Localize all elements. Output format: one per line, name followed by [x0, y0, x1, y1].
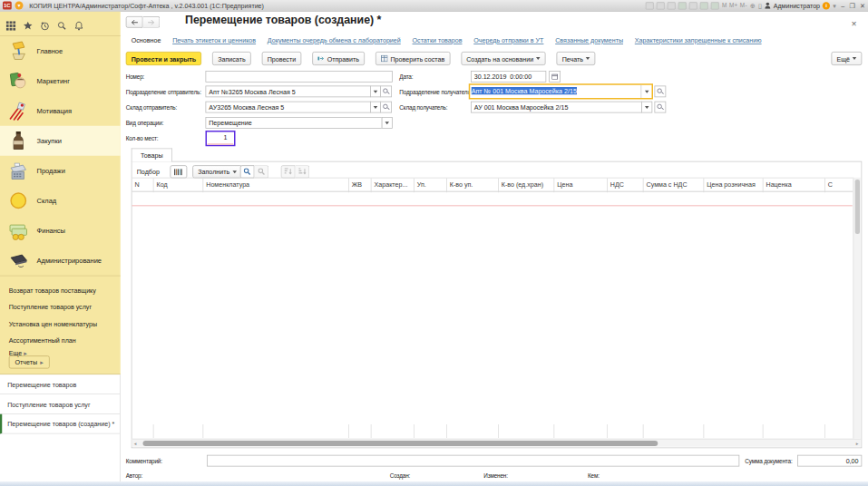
tab-related-docs[interactable]: Связанные документы — [555, 37, 623, 44]
dep-from-choose[interactable] — [380, 86, 392, 98]
wh-from-dropdown[interactable] — [370, 102, 381, 113]
sidebar-item-administration[interactable]: Администрирование — [0, 246, 121, 276]
tab-restricted[interactable]: Характеристики запрещенные к списанию — [635, 37, 762, 44]
save-icon[interactable] — [646, 2, 654, 9]
sidebar-item-sales[interactable]: Продажи — [0, 156, 121, 186]
wh-from-input[interactable]: АУ3265 Москва Лесная 5 — [206, 102, 371, 113]
forward-button[interactable] — [143, 16, 161, 28]
op-input[interactable]: Перемещение — [206, 117, 383, 129]
sidebar-command-receipt[interactable]: Поступление товаров услуг — [9, 304, 92, 311]
col-qty-store[interactable]: К-во (ед.хран) — [499, 179, 555, 193]
calculator-icon[interactable] — [711, 2, 719, 9]
export-icon[interactable] — [678, 2, 687, 9]
comment-input[interactable] — [207, 455, 739, 467]
tab-main[interactable]: Основное — [132, 37, 161, 44]
write-button[interactable]: Записать — [212, 52, 250, 65]
menu-circle-icon[interactable]: ▾ — [15, 2, 24, 10]
v-scrollbar[interactable] — [853, 178, 861, 439]
star-icon[interactable] — [24, 21, 34, 31]
col-code[interactable]: Код — [154, 179, 204, 193]
sidebar-item-main[interactable]: Главное — [0, 36, 121, 66]
fill-button[interactable]: Заполнить — [192, 165, 241, 178]
sidebar-item-purchasing[interactable]: Закупки — [0, 126, 121, 156]
more-button[interactable]: Ещё — [832, 52, 863, 65]
create-from-button[interactable]: Создать на основании — [461, 52, 545, 65]
calendar-button[interactable] — [549, 71, 561, 83]
wh-to-dropdown[interactable] — [641, 102, 652, 113]
print-preview-icon[interactable] — [668, 2, 676, 9]
v-scrollbar-thumb[interactable] — [855, 180, 860, 234]
dep-from-dropdown[interactable] — [370, 86, 381, 98]
sidebar-item-finance[interactable]: Финансы — [0, 216, 121, 246]
col-zhv[interactable]: ЖВ — [349, 179, 372, 193]
col-price[interactable]: Цена — [554, 179, 608, 193]
back-button[interactable] — [126, 16, 143, 28]
barcode-button[interactable] — [171, 165, 188, 178]
dep-to-field-focused[interactable]: Апт № 001 Москва Маросейка 2/15 — [469, 83, 653, 99]
date-input[interactable]: 30.12.2019 0:00:00 — [471, 71, 546, 83]
dep-to-dropdown[interactable] — [641, 85, 652, 98]
scroll-left-arrow[interactable]: ◂ — [134, 442, 137, 447]
col-n[interactable]: N — [132, 179, 154, 193]
print-button[interactable]: Печать — [557, 52, 596, 65]
info-icon[interactable]: i — [823, 2, 830, 9]
window-item-active[interactable]: Перемещение товаров (создание) * — [0, 414, 120, 434]
window-item[interactable]: Поступление товаров услуг — [0, 394, 120, 414]
form-close-icon[interactable]: ✕ — [851, 20, 857, 28]
wh-to-input[interactable]: АУ 001 Москва Маросейка 2/15 — [471, 102, 642, 113]
dep-from-input[interactable]: Апт №3265 Москва Лесная 5 — [206, 86, 371, 98]
op-dropdown[interactable] — [382, 117, 393, 129]
sort-desc-button[interactable] — [296, 165, 310, 178]
qty-field-focused[interactable]: 1 — [206, 131, 236, 146]
history-icon[interactable] — [40, 21, 50, 31]
split-icon[interactable]: ▯ — [758, 2, 762, 9]
post-button[interactable]: Провести — [262, 52, 302, 65]
sidebar-item-warehouse[interactable]: Склад — [0, 186, 121, 216]
search-cancel-button[interactable] — [255, 165, 269, 178]
pick-button[interactable]: Подбор — [137, 165, 160, 178]
tab-goods[interactable]: Товары — [132, 149, 172, 162]
col-markup[interactable]: Наценка — [764, 179, 825, 193]
h-scrollbar-thumb[interactable] — [143, 441, 658, 446]
sidebar-command-assortment[interactable]: Ассортиментный план — [9, 336, 76, 344]
calc-memory-buttons[interactable]: M M+ M- — [722, 2, 747, 9]
sidebar-item-motivation[interactable]: Мотивация — [0, 96, 121, 126]
calendar-icon[interactable] — [700, 2, 708, 9]
wh-to-choose[interactable] — [655, 102, 667, 113]
minimize-button[interactable]: – — [841, 2, 844, 9]
bell-icon[interactable] — [74, 21, 84, 31]
col-nomenclature[interactable]: Номенклатура — [203, 179, 349, 193]
scroll-right-arrow[interactable]: ▸ — [856, 442, 859, 447]
col-sum-vat[interactable]: Сумма с НДС — [644, 179, 705, 193]
col-vat[interactable]: НДС — [608, 179, 644, 193]
sidebar-item-marketing[interactable]: Маркетинг — [0, 66, 121, 96]
col-s[interactable]: С — [825, 179, 853, 193]
tab-stock[interactable]: Остатки товаров — [413, 37, 463, 44]
dep-to-choose[interactable] — [655, 86, 667, 98]
tab-lab-queue[interactable]: Документы очередь обмена с лабораторией — [268, 37, 401, 44]
zoom-icon[interactable]: ⊕ — [750, 2, 756, 9]
post-and-close-button[interactable]: Провести и закрыть — [126, 52, 201, 65]
search-icon[interactable] — [57, 21, 67, 31]
col-qty-up[interactable]: К-во уп. — [447, 179, 499, 193]
copy-icon[interactable] — [689, 2, 697, 9]
tab-labels[interactable]: Печать этикеток и ценников — [172, 37, 256, 44]
tab-ut-queue[interactable]: Очередь отправки в УТ — [473, 37, 543, 44]
dropdown-icon[interactable]: ▾ — [833, 2, 836, 9]
print-icon[interactable] — [657, 2, 665, 9]
col-up[interactable]: Уп. — [414, 179, 447, 193]
sidebar-command-price[interactable]: Установка цен номенклатуры — [9, 320, 97, 327]
close-button[interactable]: ✕ — [860, 2, 865, 9]
user-name[interactable]: Администратор — [774, 2, 820, 9]
sidebar-command-return[interactable]: Возврат товаров поставщику — [9, 287, 96, 294]
window-item[interactable]: Перемещение товаров — [0, 374, 120, 394]
col-retail[interactable]: Цена розничная — [704, 179, 763, 193]
check-structure-button[interactable]: Проверить состав — [375, 52, 450, 65]
search-button[interactable] — [240, 165, 255, 178]
col-character[interactable]: Характер... — [372, 179, 414, 193]
restore-button[interactable]: ❐ — [849, 2, 854, 9]
apps-grid-icon[interactable] — [6, 21, 16, 31]
send-button[interactable]: Отправить — [312, 52, 365, 65]
sort-asc-button[interactable] — [281, 165, 296, 178]
wh-from-choose[interactable] — [380, 102, 392, 113]
